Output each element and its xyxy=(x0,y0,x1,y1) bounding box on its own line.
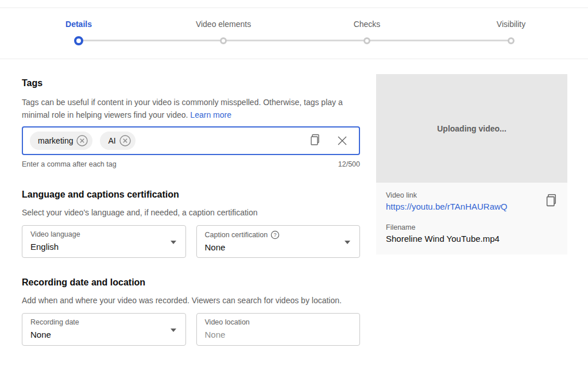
recording-heading: Recording date and location xyxy=(22,277,360,288)
caption-certification-value: None xyxy=(205,242,352,253)
tags-description: Tags can be useful if content in your vi… xyxy=(22,96,360,121)
step-video-elements-dot-icon xyxy=(220,37,227,44)
step-visibility[interactable]: Visibility xyxy=(448,8,574,29)
video-link-label: Video link xyxy=(386,191,558,199)
filename-label: Filename xyxy=(386,223,558,231)
details-form: Tags Tags can be useful if content in yo… xyxy=(22,59,360,346)
caption-certification-dropdown[interactable]: Caption certification ? None xyxy=(196,225,361,258)
video-location-field[interactable]: Video location None xyxy=(196,313,361,346)
recording-date-label: Recording date xyxy=(30,318,79,327)
learn-more-link[interactable]: Learn more xyxy=(190,110,231,119)
recording-description: Add when and where your video was record… xyxy=(22,296,360,306)
help-icon[interactable]: ? xyxy=(270,230,280,239)
video-location-value: None xyxy=(205,329,352,340)
dropdown-caret-icon xyxy=(171,329,176,332)
video-info-panel: Video link https://youtu.be/rTAnHAURawQ … xyxy=(376,183,567,254)
video-location-label: Video location xyxy=(205,318,250,327)
step-details[interactable]: Details xyxy=(16,8,142,29)
video-link[interactable]: https://youtu.be/rTAnHAURawQ xyxy=(386,202,558,211)
remove-tag-icon[interactable] xyxy=(119,134,131,147)
tags-char-counter: 12/500 xyxy=(338,160,360,168)
dropdown-caret-icon xyxy=(345,241,350,244)
svg-text:?: ? xyxy=(274,232,277,238)
video-preview-panel: Uploading video... Video link https://yo… xyxy=(376,74,567,254)
step-visibility-label: Visibility xyxy=(448,20,574,29)
tag-chip: AI xyxy=(100,132,135,150)
copy-tags-icon[interactable] xyxy=(310,134,321,148)
filename-value: Shoreline Wind YouTube.mp4 xyxy=(386,234,558,244)
tags-text-input[interactable] xyxy=(143,128,310,154)
video-preview-area: Uploading video... xyxy=(376,74,567,183)
language-heading: Language and captions certification xyxy=(22,190,360,200)
step-video-elements[interactable]: Video elements xyxy=(160,8,287,29)
remove-tag-icon[interactable] xyxy=(76,134,88,147)
dropdown-caret-icon xyxy=(171,241,176,244)
tag-chip-label: AI xyxy=(108,136,115,145)
step-details-label: Details xyxy=(16,20,142,29)
tags-hint-row: Enter a comma after each tag 12/500 xyxy=(22,160,360,168)
video-language-value: English xyxy=(30,241,177,252)
upload-stepper: Details Video elements Checks Visibility xyxy=(0,7,588,59)
step-visibility-dot-icon xyxy=(508,37,514,44)
tags-heading: Tags xyxy=(22,78,360,88)
video-language-dropdown[interactable]: Video language English xyxy=(22,225,186,258)
copy-video-link-icon[interactable] xyxy=(545,194,558,209)
recording-date-dropdown[interactable]: Recording date None xyxy=(22,313,186,346)
tag-chip-label: marketing xyxy=(38,136,73,145)
tag-chip: marketing xyxy=(30,132,92,150)
step-checks[interactable]: Checks xyxy=(304,8,430,29)
step-checks-dot-icon xyxy=(363,37,370,44)
video-language-label: Video language xyxy=(30,230,80,239)
tags-input-box[interactable]: marketing AI xyxy=(22,126,360,155)
caption-certification-label: Caption certification xyxy=(205,231,268,239)
upload-status-text: Uploading video... xyxy=(437,124,506,133)
stepper-connector-line xyxy=(79,40,511,41)
clear-tags-icon[interactable] xyxy=(336,134,349,147)
language-description: Select your video's language and, if nee… xyxy=(22,208,360,218)
step-checks-label: Checks xyxy=(304,20,430,29)
step-video-elements-label: Video elements xyxy=(160,20,287,29)
step-details-dot-icon xyxy=(74,36,83,45)
tags-hint: Enter a comma after each tag xyxy=(22,160,117,168)
recording-date-value: None xyxy=(30,329,177,340)
upload-dialog: Details Video elements Checks Visibility… xyxy=(0,0,588,367)
